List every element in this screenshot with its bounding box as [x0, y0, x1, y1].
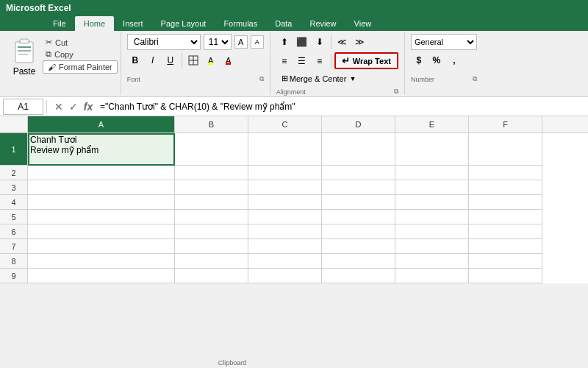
cell-b9[interactable] — [175, 269, 248, 283]
cell-c1[interactable] — [248, 133, 322, 166]
font-name-select[interactable]: Calibri — [127, 34, 201, 50]
cell-f6[interactable] — [469, 224, 542, 239]
copy-button[interactable]: ⧉ Copy — [43, 49, 118, 60]
cell-c2[interactable] — [248, 166, 322, 180]
underline-button[interactable]: U — [162, 52, 179, 68]
cell-d8[interactable] — [322, 254, 395, 269]
cell-e4[interactable] — [395, 195, 469, 210]
number-format-select[interactable]: General — [411, 34, 477, 50]
cell-a5[interactable] — [28, 210, 175, 224]
cell-c3[interactable] — [248, 180, 322, 195]
align-right-button[interactable]: ≡ — [312, 53, 328, 69]
cell-b6[interactable] — [175, 224, 248, 239]
col-header-f[interactable]: F — [469, 116, 542, 132]
cell-c7[interactable] — [248, 239, 322, 254]
row-header-7[interactable]: 7 — [0, 239, 28, 254]
cell-c8[interactable] — [248, 254, 322, 269]
tab-insert[interactable]: Insert — [114, 16, 152, 31]
row-header-4[interactable]: 4 — [0, 195, 28, 210]
font-size-select[interactable]: 11 — [204, 34, 232, 50]
align-center-button[interactable]: ☰ — [294, 53, 310, 69]
cell-e6[interactable] — [395, 224, 469, 239]
merge-dropdown-icon[interactable]: ▼ — [349, 75, 356, 82]
cell-d4[interactable] — [322, 195, 395, 210]
tab-review[interactable]: Review — [301, 16, 345, 31]
align-left-button[interactable]: ≡ — [276, 53, 293, 69]
format-painter-button[interactable]: 🖌 Format Painter — [43, 60, 118, 74]
merge-center-button[interactable]: ⊞ Merge & Center ▼ — [276, 71, 362, 85]
bold-button[interactable]: B — [127, 52, 143, 68]
cell-d2[interactable] — [322, 166, 395, 180]
confirm-formula-icon[interactable]: ✓ — [68, 101, 79, 113]
cell-f2[interactable] — [469, 166, 542, 180]
row-header-5[interactable]: 5 — [0, 210, 28, 224]
alignment-group-expander[interactable]: ⧉ — [394, 88, 398, 96]
cell-a9[interactable] — [28, 269, 175, 283]
font-group-expander[interactable]: ⧉ — [259, 75, 264, 83]
cell-d3[interactable] — [322, 180, 395, 195]
cell-e3[interactable] — [395, 180, 469, 195]
increase-font-size-button[interactable]: A — [234, 35, 248, 49]
borders-button[interactable] — [185, 52, 201, 68]
percent-button[interactable]: % — [429, 52, 445, 68]
indent-decrease-button[interactable]: ≪ — [334, 34, 351, 50]
cell-f9[interactable] — [469, 269, 542, 283]
cell-b5[interactable] — [175, 210, 248, 224]
cell-b3[interactable] — [175, 180, 248, 195]
col-header-e[interactable]: E — [395, 116, 469, 132]
cell-a7[interactable] — [28, 239, 175, 254]
cell-b1[interactable] — [175, 133, 248, 166]
cell-a6[interactable] — [28, 224, 175, 239]
cell-d9[interactable] — [322, 269, 395, 283]
number-group-expander[interactable]: ⧉ — [473, 75, 477, 83]
cell-b2[interactable] — [175, 166, 248, 180]
cell-a8[interactable] — [28, 254, 175, 269]
cell-d6[interactable] — [322, 224, 395, 239]
row-header-2[interactable]: 2 — [0, 166, 28, 180]
cell-f8[interactable] — [469, 254, 542, 269]
fill-color-button[interactable]: A — [203, 52, 219, 68]
tab-home[interactable]: Home — [75, 16, 114, 31]
tab-page-layout[interactable]: Page Layout — [152, 16, 215, 31]
col-header-c[interactable]: C — [248, 116, 322, 132]
dollar-button[interactable]: $ — [411, 52, 427, 68]
cell-a4[interactable] — [28, 195, 175, 210]
cell-d5[interactable] — [322, 210, 395, 224]
tab-file[interactable]: File — [44, 16, 75, 31]
cell-reference-input[interactable] — [3, 99, 43, 115]
col-header-d[interactable]: D — [322, 116, 395, 132]
cell-a1[interactable]: Chanh Tươi Review mỹ phẩm — [28, 133, 175, 166]
indent-increase-button[interactable]: ≫ — [352, 34, 368, 50]
cell-b8[interactable] — [175, 254, 248, 269]
cell-f5[interactable] — [469, 210, 542, 224]
tab-formulas[interactable]: Formulas — [215, 16, 266, 31]
cell-f3[interactable] — [469, 180, 542, 195]
col-header-b[interactable]: B — [175, 116, 248, 132]
row-header-8[interactable]: 8 — [0, 254, 28, 269]
align-top-button[interactable]: ⬆ — [276, 34, 293, 50]
cell-e1[interactable] — [395, 133, 469, 166]
cell-b4[interactable] — [175, 195, 248, 210]
cell-e2[interactable] — [395, 166, 469, 180]
italic-button[interactable]: I — [145, 52, 161, 68]
cell-e8[interactable] — [395, 254, 469, 269]
comma-button[interactable]: , — [446, 52, 462, 68]
insert-function-icon[interactable]: fx — [82, 101, 94, 113]
cell-a2[interactable] — [28, 166, 175, 180]
cell-c5[interactable] — [248, 210, 322, 224]
wrap-text-button[interactable]: ↵ Wrap Text — [334, 52, 398, 69]
cell-c4[interactable] — [248, 195, 322, 210]
cell-a3[interactable] — [28, 180, 175, 195]
decrease-font-size-button[interactable]: A — [251, 35, 264, 49]
tab-view[interactable]: View — [345, 16, 381, 31]
row-header-3[interactable]: 3 — [0, 180, 28, 195]
cut-button[interactable]: ✂ Cut — [43, 37, 118, 48]
cell-e5[interactable] — [395, 210, 469, 224]
tab-data[interactable]: Data — [266, 16, 301, 31]
row-header-9[interactable]: 9 — [0, 269, 28, 283]
cell-c9[interactable] — [248, 269, 322, 283]
cell-c6[interactable] — [248, 224, 322, 239]
cell-f7[interactable] — [469, 239, 542, 254]
align-middle-button[interactable]: ⬛ — [294, 34, 310, 50]
cell-e9[interactable] — [395, 269, 469, 283]
